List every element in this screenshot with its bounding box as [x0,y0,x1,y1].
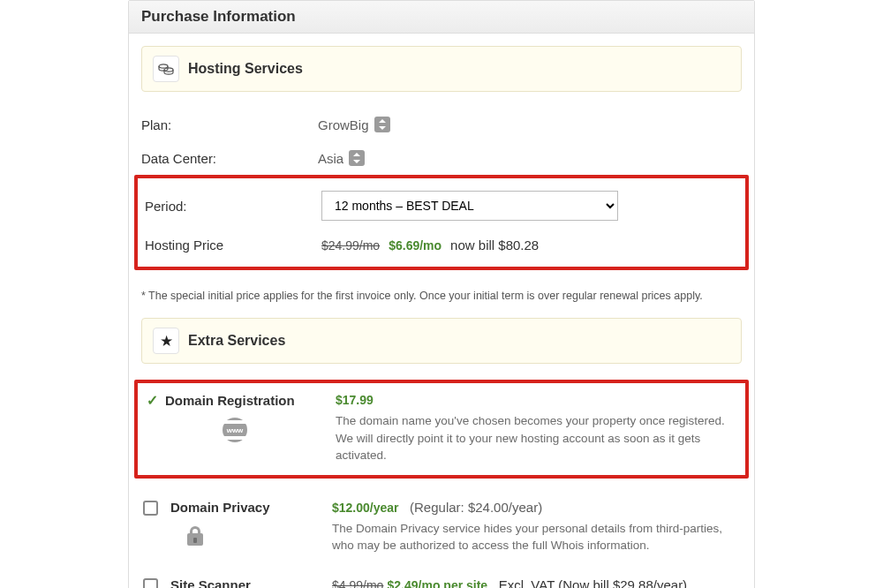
panel-body: Hosting Services Plan: GrowBig Data Cent… [129,34,754,588]
plan-value-text: GrowBig [318,117,369,132]
domain-privacy-price: $12.00/year [332,501,399,515]
period-label: Period: [145,199,321,214]
domain-registration-right: $17.99 The domain name you've chosen bec… [336,392,738,464]
plan-label: Plan: [141,117,318,132]
hosting-price-label: Hosting Price [145,237,321,253]
panel-title: Purchase Information [129,1,754,34]
site-scanner-price-struck: $4.99/mo [332,578,383,588]
hosting-price-value: $24.99/mo $6.69/mo now bill $80.28 [321,237,738,253]
domain-privacy-left: Domain Privacy [141,500,318,554]
domain-registration-highlight: ✓ Domain Registration www $17.99 The dom… [134,380,749,479]
hosting-price-row: Hosting Price $24.99/mo $6.69/mo now bil… [145,228,738,261]
domain-privacy-title-wrap: Domain Privacy [143,500,270,516]
price-disclaimer: * The special initial price applies for … [141,283,742,318]
period-select[interactable]: 12 months – BEST DEAL [321,191,618,221]
domain-privacy-right: $12.00/year (Regular: $24.00/year) The D… [332,500,742,554]
datacenter-row: Data Center: Asia [141,141,742,175]
domain-privacy-checkbox[interactable] [143,501,158,516]
site-scanner-now-bill: (Now bill $29.88/year) [558,577,687,588]
plan-change-button[interactable] [374,117,390,132]
domain-registration-left: ✓ Domain Registration www [145,392,321,464]
lock-icon [185,524,205,546]
star-icon: ★ [153,328,179,354]
period-value: 12 months – BEST DEAL [321,191,738,221]
site-scanner-row: Site Scanner $4.99/mo $2.49/mo per site … [141,569,742,588]
coins-icon [153,56,179,82]
datacenter-label: Data Center: [141,151,318,166]
domain-registration-price: $17.99 [336,393,374,407]
domain-privacy-row: Domain Privacy $12.00/year (Regular: $24… [141,491,742,569]
site-scanner-price-current: $2.49/mo per site [388,578,488,588]
datacenter-change-button[interactable] [349,150,365,166]
domain-privacy-desc: The Domain Privacy service hides your pe… [332,520,742,554]
check-icon: ✓ [147,392,158,409]
extra-services-band: ★ Extra Services [141,318,742,364]
hosting-price-struck: $24.99/mo [321,238,380,253]
plan-row: Plan: GrowBig [141,108,742,141]
domain-registration-title-wrap: ✓ Domain Registration [147,392,295,409]
domain-registration-desc: The domain name you've chosen becomes yo… [336,412,738,464]
www-icon: www [223,418,247,442]
purchase-panel: Purchase Information Hosting Services Pl… [128,0,755,588]
site-scanner-left: Site Scanner [141,577,318,588]
period-highlight: Period: 12 months – BEST DEAL Hosting Pr… [134,175,749,270]
site-scanner-title: Site Scanner [170,577,251,588]
site-scanner-title-wrap: Site Scanner [143,577,251,588]
site-scanner-right: $4.99/mo $2.49/mo per site Excl. VAT (No… [332,577,742,588]
site-scanner-checkbox[interactable] [143,578,158,588]
svg-point-1 [164,68,173,72]
plan-value: GrowBig [318,117,742,132]
domain-privacy-regular: (Regular: $24.00/year) [410,500,542,515]
domain-registration-row: ✓ Domain Registration www $17.99 The dom… [145,388,738,470]
hosting-services-band: Hosting Services [141,46,742,92]
domain-privacy-title: Domain Privacy [170,500,270,515]
datacenter-value-text: Asia [318,151,343,166]
hosting-price-nowbill: now bill $80.28 [450,237,539,253]
domain-registration-title: Domain Registration [165,393,295,408]
period-row: Period: 12 months – BEST DEAL [145,184,738,228]
site-scanner-excl: Excl. VAT [499,577,555,588]
hosting-price-current: $6.69/mo [389,238,442,253]
extras-band-title: Extra Services [188,333,285,349]
datacenter-value: Asia [318,150,742,166]
hosting-band-title: Hosting Services [188,61,303,77]
